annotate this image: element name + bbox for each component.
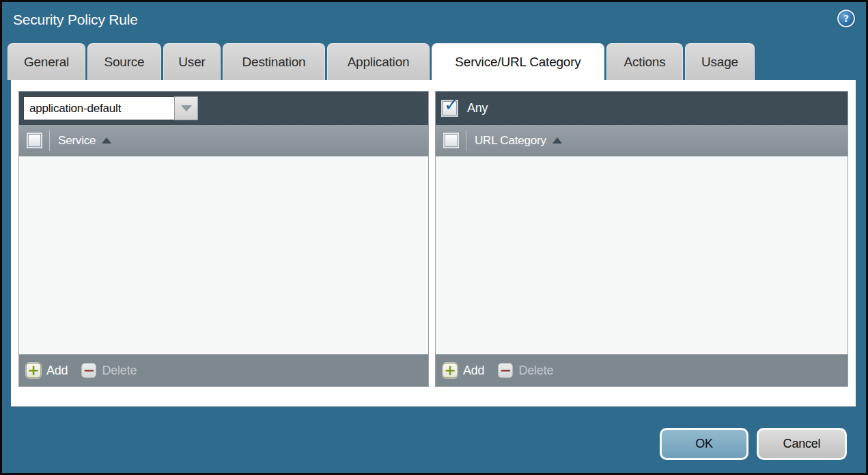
tab-label: General: [24, 55, 69, 70]
tab-label: User: [178, 55, 205, 70]
delete-button-label: Delete: [102, 364, 137, 378]
service-list: [19, 157, 428, 354]
url-category-list: [436, 157, 848, 354]
service-type-input[interactable]: [23, 96, 174, 120]
checkmark-icon: ✓: [444, 94, 459, 115]
sort-ascending-icon: [552, 137, 562, 144]
cancel-button[interactable]: Cancel: [757, 428, 847, 460]
tab-bar: General Source User Destination Applicat…: [8, 43, 755, 80]
tab-source[interactable]: Source: [87, 43, 161, 80]
service-column-header[interactable]: Service: [58, 134, 96, 148]
tab-service-url-category[interactable]: Service/URL Category: [432, 43, 604, 80]
any-row: ✓ Any: [440, 101, 488, 116]
url-category-panel: ✓ Any URL Category + Add: [435, 91, 848, 387]
url-category-add-button[interactable]: + Add: [443, 363, 484, 378]
url-category-select-all-checkbox[interactable]: [445, 134, 458, 147]
tab-application[interactable]: Application: [327, 43, 430, 80]
tab-general[interactable]: General: [8, 43, 85, 80]
sort-ascending-icon: [102, 137, 111, 144]
url-category-select-all-cell: [436, 134, 466, 147]
any-label: Any: [467, 101, 488, 116]
help-icon: ?: [843, 13, 849, 24]
tab-destination[interactable]: Destination: [223, 43, 325, 80]
service-panel-footer: + Add − Delete: [19, 354, 428, 386]
add-icon: +: [26, 363, 41, 378]
tab-label: Application: [348, 55, 410, 70]
service-column-header-row: Service: [19, 125, 428, 157]
service-select-all-cell: [19, 134, 49, 147]
chevron-down-icon: [181, 105, 192, 111]
service-panel-header: [19, 92, 428, 125]
add-icon: +: [443, 363, 458, 378]
ok-button[interactable]: OK: [660, 428, 748, 460]
service-select-all-checkbox[interactable]: [28, 134, 41, 147]
service-delete-button[interactable]: − Delete: [81, 363, 137, 378]
delete-button-label: Delete: [518, 364, 553, 378]
dialog-title: Security Policy Rule: [13, 12, 138, 28]
tab-label: Service/URL Category: [455, 55, 580, 70]
tab-label: Destination: [242, 55, 306, 70]
tab-label: Usage: [701, 55, 738, 70]
url-category-panel-header: ✓ Any: [436, 92, 848, 125]
tab-user[interactable]: User: [163, 43, 221, 80]
add-button-label: Add: [463, 364, 484, 378]
add-button-label: Add: [46, 364, 68, 378]
url-category-column-header[interactable]: URL Category: [475, 134, 546, 148]
column-separator: [49, 131, 50, 151]
url-category-delete-button[interactable]: − Delete: [498, 363, 553, 378]
delete-icon: −: [498, 363, 513, 378]
any-checkbox[interactable]: ✓: [443, 101, 457, 116]
url-category-column-header-row: URL Category: [436, 125, 848, 157]
help-button[interactable]: ?: [837, 10, 855, 27]
service-panel: Service + Add − Delete: [18, 91, 429, 387]
url-category-panel-footer: + Add − Delete: [436, 354, 848, 386]
service-type-dropdown-button[interactable]: [174, 96, 198, 120]
security-policy-rule-dialog: Security Policy Rule ? General Source Us…: [0, 0, 868, 475]
service-type-combobox: [23, 96, 198, 120]
tab-label: Source: [104, 55, 144, 70]
column-separator: [466, 131, 466, 151]
tab-content-area: Service + Add − Delete ✓: [11, 80, 856, 407]
tab-label: Actions: [624, 55, 666, 70]
tab-actions[interactable]: Actions: [606, 43, 683, 80]
tab-usage[interactable]: Usage: [685, 43, 755, 80]
delete-icon: −: [81, 363, 96, 378]
service-add-button[interactable]: + Add: [26, 363, 68, 378]
